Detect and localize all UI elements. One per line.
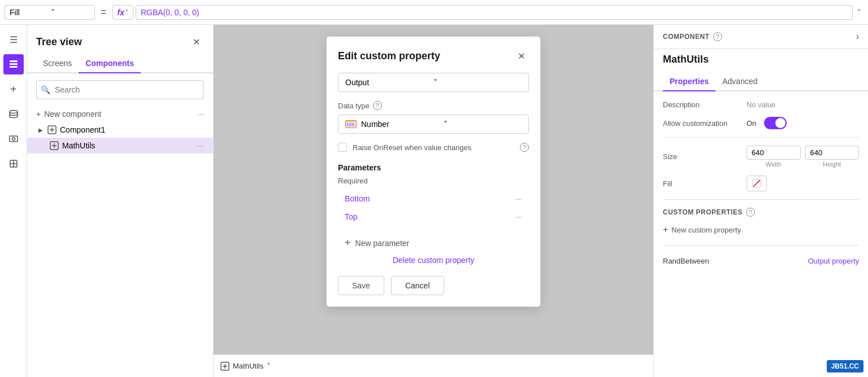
new-custom-prop-plus-icon: +: [663, 225, 668, 235]
right-panel-tabs: Properties Advanced: [654, 72, 868, 91]
fx-label: fx: [118, 8, 124, 17]
data-type-chevron: ˅: [444, 120, 522, 129]
randbetween-value: Output property: [808, 257, 859, 265]
allow-customization-row: Allow customization On: [663, 117, 859, 129]
formula-chevron[interactable]: ˅: [855, 6, 863, 19]
height-wrap: Height: [805, 146, 860, 168]
mathutils-more-icon[interactable]: ···: [197, 141, 204, 150]
new-param-plus-icon: +: [345, 237, 351, 249]
checkbox-help-icon[interactable]: ?: [520, 143, 529, 152]
randbetween-property[interactable]: RandBetween Output property: [663, 253, 859, 269]
modal-footer: Save Cancel: [338, 276, 529, 295]
param-top[interactable]: Top ···: [338, 208, 529, 226]
custom-properties-help-icon[interactable]: ?: [746, 208, 755, 217]
allow-customization-label: Allow customization: [663, 119, 742, 128]
canvas-component-icon: [220, 362, 229, 371]
property-dropdown-chevron: ˅: [433, 78, 522, 87]
tree-search: 🔍: [36, 80, 204, 99]
canvas-component-label: MathUtils: [233, 362, 263, 370]
icon-sidebar: ☰ +: [0, 25, 27, 377]
data-type-dropdown[interactable]: 123 Number ˅: [338, 115, 529, 134]
media-icon[interactable]: [3, 129, 24, 149]
height-label: Height: [805, 161, 860, 168]
new-component-more-icon[interactable]: ···: [197, 109, 204, 119]
watermark: JB51.CC: [827, 360, 863, 372]
size-label: Size: [663, 152, 742, 161]
layers-icon[interactable]: [3, 54, 24, 74]
allow-customization-toggle[interactable]: [764, 117, 787, 129]
edit-custom-property-modal: Edit custom property ✕ Output ˅ Data typ…: [326, 36, 541, 307]
formula-input[interactable]: [136, 5, 853, 20]
description-value: No value: [747, 100, 859, 109]
fx-button[interactable]: fx ˅: [112, 5, 133, 20]
svg-rect-4: [10, 136, 18, 142]
canvas-inner: Add an item from the Edit custom propert…: [214, 25, 653, 354]
tab-properties[interactable]: Properties: [663, 72, 715, 91]
modal-close-button[interactable]: ✕: [513, 48, 529, 64]
fill-dropdown-label: Fill: [10, 8, 49, 17]
variables-icon[interactable]: [3, 154, 24, 174]
size-inputs: Width Height: [747, 146, 859, 168]
tree-close-button[interactable]: ✕: [188, 34, 204, 50]
right-panel-header: COMPONENT ? ›: [654, 25, 868, 49]
parameters-section: Parameters Required Bottom ··· Top ···: [338, 163, 529, 226]
canvas-area: Add an item from the Edit custom propert…: [214, 25, 653, 377]
new-custom-property-button[interactable]: + New custom property: [663, 222, 859, 237]
fill-dropdown-chevron: ˅: [51, 8, 90, 17]
svg-point-3: [10, 111, 18, 113]
description-row: Description No value: [663, 100, 859, 109]
new-custom-prop-label: New custom property: [671, 226, 741, 234]
tab-screens[interactable]: Screens: [36, 54, 79, 73]
tree-panel: Tree view ✕ Screens Components 🔍 + New c…: [27, 25, 214, 377]
randbetween-name: RandBetween: [663, 257, 709, 265]
hamburger-icon[interactable]: ☰: [3, 29, 24, 50]
database-icon[interactable]: [3, 104, 24, 124]
right-panel-body: Description No value Allow customization…: [654, 91, 868, 377]
raise-onreset-checkbox[interactable]: [338, 143, 347, 152]
width-wrap: Width: [747, 146, 801, 168]
save-button[interactable]: Save: [338, 276, 384, 295]
mathutils-label: MathUtils: [62, 141, 195, 150]
width-input[interactable]: [747, 146, 801, 160]
canvas-chevron[interactable]: ˅: [267, 362, 271, 370]
property-dropdown[interactable]: Output ˅: [338, 73, 529, 92]
param-bottom-more-icon[interactable]: ···: [515, 194, 522, 203]
cancel-button[interactable]: Cancel: [391, 276, 444, 295]
data-type-value: Number: [361, 120, 439, 129]
tree-item-component1[interactable]: ▶ Component1 ···: [27, 122, 213, 138]
component-help-icon[interactable]: ?: [713, 32, 722, 41]
search-icon: 🔍: [41, 85, 50, 94]
tab-components[interactable]: Components: [79, 54, 141, 73]
tree-item-chevron: ▶: [36, 125, 45, 134]
param-top-more-icon[interactable]: ···: [515, 212, 522, 221]
height-input[interactable]: [805, 146, 860, 160]
tree-item-mathutils[interactable]: MathUtils ···: [27, 138, 213, 154]
allow-customization-on-label: On: [747, 119, 756, 128]
tab-advanced[interactable]: Advanced: [715, 72, 764, 91]
right-panel: COMPONENT ? › MathUtils Properties Advan…: [653, 25, 868, 377]
data-type-help-icon[interactable]: ?: [373, 101, 382, 110]
main-area: ☰ +: [0, 25, 868, 377]
number-type-text: 123: [346, 121, 356, 128]
divider-1: [663, 137, 859, 138]
required-label: Required: [338, 177, 529, 185]
new-parameter-button[interactable]: + New parameter: [338, 233, 529, 253]
delete-custom-property-button[interactable]: Delete custom property: [338, 253, 529, 267]
parameters-title: Parameters: [338, 163, 529, 172]
fill-dropdown[interactable]: Fill ˅: [5, 5, 95, 20]
fill-button[interactable]: [747, 176, 767, 191]
search-input[interactable]: [36, 80, 204, 99]
new-component-button[interactable]: + New component ···: [27, 106, 213, 122]
modal-title: Edit custom property: [338, 50, 440, 62]
right-panel-chevron[interactable]: ›: [856, 32, 859, 42]
mathutils-chevron: [36, 141, 47, 150]
right-panel-header-left: COMPONENT ?: [663, 32, 722, 41]
param-top-label: Top: [345, 212, 515, 221]
svg-point-5: [12, 138, 15, 141]
width-label: Width: [747, 161, 801, 168]
plus-icon[interactable]: +: [3, 79, 24, 99]
param-bottom[interactable]: Bottom ···: [338, 190, 529, 208]
new-param-label: New parameter: [355, 239, 410, 248]
raise-onreset-label: Raise OnReset when value changes: [353, 143, 514, 152]
checkbox-row: Raise OnReset when value changes ?: [338, 143, 529, 152]
